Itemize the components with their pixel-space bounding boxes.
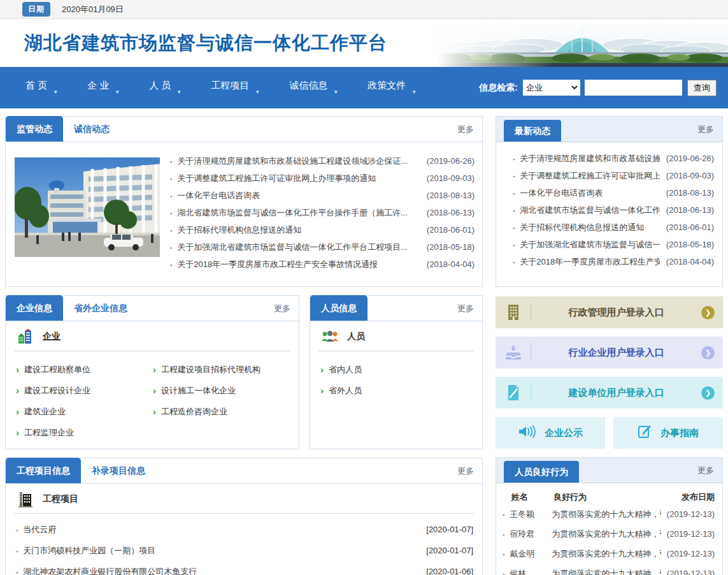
link-design-enterprises[interactable]: 建设工程设计企业	[16, 380, 153, 401]
projects-section-link[interactable]: 工程项目	[43, 493, 78, 505]
tab-personnel-info[interactable]: 人员信息	[310, 295, 368, 321]
link-bidding-agencies[interactable]: 工程建设项目招标代理机构	[153, 359, 299, 380]
more-link-supervision[interactable]: 更多	[457, 124, 482, 135]
panel-projects: 工程项目信息 补录项目信息 更多	[5, 458, 483, 575]
behavior-text[interactable]: 为贯彻落实党的十九大精神，弘扬...	[552, 528, 661, 540]
more-link-personnel[interactable]: 更多	[457, 303, 482, 314]
construction-unit-login-button[interactable]: 建设单位用户登录入口	[496, 377, 723, 409]
column-name: 姓名	[511, 491, 553, 503]
more-link-latest[interactable]: 更多	[697, 124, 722, 135]
admin-login-button[interactable]: 行政管理用户登录入口	[496, 296, 723, 328]
tab-project-info[interactable]: 工程项目信息	[6, 458, 81, 483]
personnel-section-link[interactable]: 人员	[347, 331, 365, 342]
link-design-build-enterprises[interactable]: 设计施工一体化企业	[153, 380, 299, 401]
nav-item-projects[interactable]: 工程项目	[211, 80, 260, 96]
link-in-province-personnel[interactable]: 省内人员	[320, 359, 482, 380]
nav-items: 首 页 企 业 人 员 工程项目 诚信信息 政策文件	[25, 80, 446, 96]
publish-date: (2019-12-13)	[661, 509, 715, 519]
news-item[interactable]: 一体化平台电话咨询表(2018-08-13)	[511, 184, 714, 201]
project-item[interactable]: 天门市鸿硕科技产业园（一期）项目[2020-01-07]	[15, 540, 473, 561]
news-title[interactable]: 关于清理规范房屋建筑和市政基础设施工程建设领域涉企保证...	[177, 156, 420, 167]
link-supervision-enterprises[interactable]: 工程监理企业	[16, 422, 153, 443]
table-row[interactable]: 宿玲君为贯彻落实党的十九大精神，弘扬...(2019-12-13)	[496, 524, 722, 544]
arrow-right-icon	[701, 306, 715, 319]
search-input[interactable]	[585, 80, 682, 96]
tab-out-of-province-enterprise[interactable]: 省外企业信息	[63, 295, 138, 321]
news-title[interactable]: 关于调整建筑工程施工许可证审批网上办理...	[520, 170, 660, 182]
enterprise-section-link[interactable]: 企业	[43, 331, 61, 342]
panel-enterprise-info: 企业信息 省外企业信息 更多	[5, 295, 299, 449]
search-category-select[interactable]: 企业	[523, 80, 580, 96]
nav-item-policy[interactable]: 政策文件	[368, 80, 417, 96]
behavior-text[interactable]: 为贯彻落实党的十九大精神，弘扬...	[552, 548, 661, 560]
more-link-enterprise[interactable]: 更多	[274, 303, 299, 314]
tab-supervision-news[interactable]: 监管动态	[6, 116, 63, 142]
project-date: [2020-01-07]	[426, 546, 473, 555]
more-link-projects[interactable]: 更多	[457, 465, 482, 477]
project-building-icon	[16, 490, 35, 509]
tab-latest-news[interactable]: 最新动态	[504, 120, 561, 142]
inbox-icon	[504, 343, 523, 362]
project-title[interactable]: 当代云府	[23, 524, 420, 535]
news-item[interactable]: 湖北省建筑市场监督与诚信一体化工作平台操作手册（施工许...(2018-06-1…	[169, 204, 475, 221]
link-cost-consulting-enterprises[interactable]: 工程造价咨询企业	[153, 401, 299, 422]
enterprise-publicity-button[interactable]: 企业公示	[496, 417, 605, 449]
industry-enterprise-login-button[interactable]: 行业企业用户登录入口	[496, 337, 723, 368]
table-row[interactable]: 戴金明为贯彻落实党的十九大精神，弘扬...(2019-12-13)	[496, 544, 722, 564]
nav-item-enterprise[interactable]: 企 业	[87, 80, 120, 96]
project-item[interactable]: 湖北神农架农村商业银行股份有限公司木鱼支行[2020-01-06]	[15, 561, 473, 575]
projects-tabbar: 工程项目信息 补录项目信息 更多	[6, 458, 482, 484]
project-title[interactable]: 湖北神农架农村商业银行股份有限公司木鱼支行	[23, 566, 420, 575]
news-title[interactable]: 湖北省建筑市场监督与诚信一体化工作平台操作手册（施工许...	[177, 207, 420, 219]
more-link-good-behavior[interactable]: 更多	[697, 465, 722, 476]
news-item[interactable]: 关于调整建筑工程施工许可证审批网上办理...(2018-09-03)	[511, 167, 714, 184]
news-item[interactable]: 关于调整建筑工程施工许可证审批网上办理事项的通知(2018-09-03)	[169, 170, 475, 187]
personnel-section-head: 人员	[310, 321, 482, 351]
news-title[interactable]: 关于2018年一季度房屋市政工程生产安...	[520, 256, 660, 268]
search-button[interactable]: 查询	[687, 80, 717, 96]
tab-enterprise-info[interactable]: 企业信息	[6, 295, 63, 321]
enterprise-links-col2: 工程建设项目招标代理机构 设计施工一体化企业 工程造价咨询企业	[153, 359, 299, 443]
right-column: 最新动态 更多 关于清理规范房屋建筑和市政基础设施工程...(2019-06-2…	[496, 116, 723, 575]
bullet-icon	[501, 549, 510, 558]
nav-item-personnel[interactable]: 人 员	[149, 80, 182, 96]
project-title[interactable]: 天门市鸿硕科技产业园（一期）项目	[23, 545, 420, 557]
news-title[interactable]: 关于调整建筑工程施工许可证审批网上办理事项的通知	[177, 173, 420, 184]
news-item[interactable]: 关于招标代理机构信息报送的通知(2018-06-01)	[511, 219, 714, 236]
bullet-icon	[169, 191, 177, 200]
news-item[interactable]: 关于招标代理机构信息报送的通知(2018-06-01)	[169, 221, 475, 238]
tab-good-behavior[interactable]: 人员良好行为	[504, 461, 579, 483]
tab-supplementary-project-info[interactable]: 补录项目信息	[81, 458, 156, 483]
news-item[interactable]: 关于加强湖北省建筑市场监督与诚信一体化工作平台工程项目...(2018-05-1…	[169, 238, 475, 256]
news-item[interactable]: 湖北省建筑市场监督与诚信一体化工作平台...(2018-06-13)	[511, 201, 714, 219]
news-date: (2018-05-18)	[666, 240, 714, 249]
news-item[interactable]: 关于清理规范房屋建筑和市政基础设施工程...(2019-06-26)	[511, 150, 714, 167]
news-title[interactable]: 湖北省建筑市场监督与诚信一体化工作平台...	[520, 205, 660, 216]
news-title[interactable]: 关于招标代理机构信息报送的通知	[520, 222, 660, 233]
nav-item-integrity[interactable]: 诚信信息	[289, 80, 338, 96]
news-title[interactable]: 关于招标代理机构信息报送的通知	[177, 224, 420, 236]
news-item[interactable]: 关于清理规范房屋建筑和市政基础设施工程建设领域涉企保证...(2019-06-2…	[169, 152, 475, 170]
news-title[interactable]: 一体化平台电话咨询表	[177, 190, 420, 201]
table-row[interactable]: 王冬颖为贯彻落实党的十九大精神，弘扬...(2019-12-13)	[496, 504, 722, 524]
news-item[interactable]: 关于2018年一季度房屋市政工程生产安全事故情况通报(2018-04-04)	[169, 256, 475, 273]
project-item[interactable]: 当代云府[2020-01-07]	[15, 519, 473, 540]
link-survey-units[interactable]: 建设工程勘察单位	[16, 359, 153, 380]
table-row[interactable]: 侯林为贯彻落实党的十九大精神，弘扬...(2019-12-13)	[496, 564, 722, 575]
service-guide-button[interactable]: 办事指南	[613, 417, 723, 449]
news-title[interactable]: 一体化平台电话咨询表	[520, 187, 660, 199]
nav-item-home[interactable]: 首 页	[25, 80, 58, 96]
news-item[interactable]: 关于加强湖北省建筑市场监督与诚信一体化...(2018-05-18)	[511, 236, 714, 253]
news-title[interactable]: 关于2018年一季度房屋市政工程生产安全事故情况通报	[177, 259, 420, 270]
news-item[interactable]: 关于2018年一季度房屋市政工程生产安...(2018-04-04)	[511, 253, 714, 270]
link-construction-enterprises[interactable]: 建筑业企业	[16, 401, 153, 422]
date-value: 2020年01月09日	[62, 4, 124, 15]
behavior-text[interactable]: 为贯彻落实党的十九大精神，弘扬...	[552, 568, 661, 575]
news-title[interactable]: 关于清理规范房屋建筑和市政基础设施工程...	[520, 153, 660, 164]
news-item[interactable]: 一体化平台电话咨询表(2018-08-13)	[169, 187, 475, 204]
link-out-province-personnel[interactable]: 省外人员	[320, 380, 482, 401]
behavior-text[interactable]: 为贯彻落实党的十九大精神，弘扬...	[552, 509, 661, 520]
news-title[interactable]: 关于加强湖北省建筑市场监督与诚信一体化工作平台工程项目...	[177, 242, 420, 253]
news-title[interactable]: 关于加强湖北省建筑市场监督与诚信一体化...	[520, 239, 660, 251]
tab-integrity-news[interactable]: 诚信动态	[63, 116, 120, 142]
